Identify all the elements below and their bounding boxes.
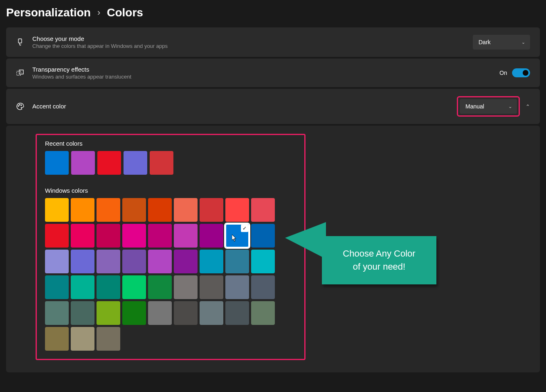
windows-swatch[interactable]: [251, 301, 275, 325]
mode-title: Choose your mode: [32, 35, 465, 42]
windows-swatch[interactable]: [45, 275, 69, 299]
windows-swatch[interactable]: [225, 224, 249, 248]
annotation-highlight-accent: Manual ⌄: [457, 96, 520, 117]
windows-swatch[interactable]: [225, 301, 249, 325]
recent-swatch[interactable]: [150, 151, 173, 175]
windows-swatch[interactable]: [148, 250, 172, 273]
callout-line2: of your need!: [337, 260, 421, 273]
chevron-up-icon[interactable]: ⌃: [526, 104, 530, 110]
windows-swatch[interactable]: [45, 198, 69, 222]
svg-rect-1: [17, 71, 21, 75]
svg-point-3: [18, 106, 19, 106]
windows-swatch[interactable]: [45, 250, 69, 273]
windows-swatch[interactable]: [200, 275, 223, 299]
recent-swatch[interactable]: [45, 151, 69, 175]
windows-swatch[interactable]: [97, 327, 120, 351]
windows-colors-grid: [45, 198, 286, 351]
windows-swatch[interactable]: [251, 275, 275, 299]
windows-swatch[interactable]: [225, 275, 249, 299]
windows-swatch[interactable]: [200, 224, 223, 248]
windows-swatch[interactable]: [225, 198, 249, 222]
windows-swatch[interactable]: [97, 198, 120, 222]
chevron-down-icon: ⌄: [521, 40, 525, 45]
svg-point-5: [21, 105, 22, 106]
svg-rect-2: [19, 70, 23, 74]
windows-swatch[interactable]: [251, 198, 275, 222]
mode-desc: Change the colors that appear in Windows…: [32, 43, 465, 49]
accent-panel: Recent colors Windows colors Choose Any …: [6, 126, 540, 372]
windows-swatch[interactable]: [174, 198, 198, 222]
transparency-desc: Windows and surfaces appear translucent: [32, 74, 491, 80]
breadcrumb-current: Colors: [107, 6, 143, 19]
annotation-callout: Choose Any Color of your need!: [322, 236, 436, 284]
windows-swatch[interactable]: [97, 224, 120, 248]
windows-swatch[interactable]: [45, 327, 69, 351]
windows-swatch[interactable]: [122, 275, 146, 299]
svg-rect-0: [18, 39, 22, 43]
windows-swatch[interactable]: [174, 301, 198, 325]
recent-swatch[interactable]: [124, 151, 147, 175]
annotation-highlight-colors: Recent colors Windows colors: [36, 134, 306, 360]
transparency-icon: [16, 69, 24, 77]
callout-arrow: [285, 222, 326, 263]
chevron-down-icon: ⌄: [508, 104, 512, 109]
windows-swatch[interactable]: [174, 250, 198, 273]
transparency-card: Transparency effects Windows and surface…: [6, 59, 540, 87]
windows-swatch[interactable]: [122, 224, 146, 248]
windows-swatch[interactable]: [97, 301, 120, 325]
mode-card: Choose your mode Change the colors that …: [6, 27, 540, 57]
windows-swatch[interactable]: [174, 275, 198, 299]
accent-title: Accent color: [32, 103, 449, 110]
chevron-right-icon: ›: [97, 7, 100, 18]
windows-swatch[interactable]: [71, 224, 94, 248]
windows-swatch[interactable]: [71, 250, 94, 273]
windows-swatch[interactable]: [148, 224, 172, 248]
breadcrumb: Personalization › Colors: [6, 6, 540, 19]
recent-swatch[interactable]: [71, 151, 95, 175]
windows-swatch[interactable]: [148, 301, 172, 325]
windows-swatch[interactable]: [71, 301, 94, 325]
windows-swatch[interactable]: [71, 327, 94, 351]
windows-swatch[interactable]: [200, 198, 223, 222]
cursor-icon: [232, 234, 238, 243]
windows-swatch[interactable]: [251, 250, 275, 273]
windows-swatch[interactable]: [225, 250, 249, 273]
windows-swatch[interactable]: [200, 250, 223, 273]
svg-point-4: [19, 104, 20, 105]
windows-swatch[interactable]: [122, 301, 146, 325]
accent-card: Accent color Manual ⌄ ⌃: [6, 89, 540, 124]
windows-swatch[interactable]: [148, 275, 172, 299]
transparency-toggle[interactable]: [512, 68, 530, 77]
windows-swatch[interactable]: [97, 250, 120, 273]
palette-icon: [16, 102, 24, 110]
recent-colors-row: [45, 151, 296, 175]
windows-swatch[interactable]: [71, 275, 94, 299]
windows-swatch[interactable]: [45, 301, 69, 325]
recent-swatch[interactable]: [97, 151, 121, 175]
breadcrumb-parent[interactable]: Personalization: [6, 6, 91, 19]
accent-mode-dropdown[interactable]: Manual ⌄: [460, 99, 517, 114]
windows-label: Windows colors: [45, 187, 296, 194]
windows-swatch[interactable]: [122, 198, 146, 222]
windows-swatch[interactable]: [200, 301, 223, 325]
recent-label: Recent colors: [45, 140, 296, 147]
transparency-title: Transparency effects: [32, 66, 491, 73]
mode-dropdown[interactable]: Dark ⌄: [473, 35, 530, 50]
windows-swatch[interactable]: [174, 224, 198, 248]
accent-mode-value: Manual: [465, 103, 484, 110]
windows-swatch[interactable]: [97, 275, 120, 299]
windows-swatch[interactable]: [71, 198, 94, 222]
windows-swatch[interactable]: [148, 198, 172, 222]
mode-value: Dark: [479, 39, 491, 45]
windows-swatch[interactable]: [122, 250, 146, 273]
windows-swatch[interactable]: [251, 224, 275, 248]
brush-icon: [16, 38, 24, 46]
callout-line1: Choose Any Color: [337, 247, 421, 260]
toggle-knob: [523, 70, 528, 76]
transparency-state: On: [499, 70, 507, 76]
windows-swatch[interactable]: [45, 224, 69, 248]
callout-box: Choose Any Color of your need!: [322, 236, 436, 284]
